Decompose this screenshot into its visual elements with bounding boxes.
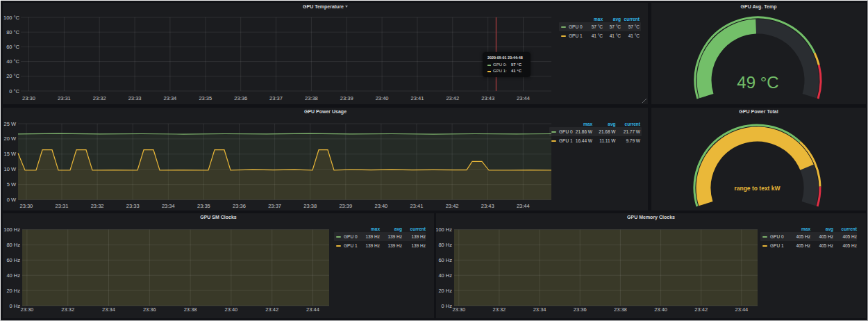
svg-text:23:32: 23:32 bbox=[493, 306, 506, 313]
svg-text:23:43: 23:43 bbox=[481, 203, 494, 209]
svg-text:23:39: 23:39 bbox=[339, 203, 352, 209]
svg-text:40 °C: 40 °C bbox=[6, 58, 19, 65]
svg-text:23:42: 23:42 bbox=[265, 306, 278, 313]
svg-text:23:30: 23:30 bbox=[21, 306, 34, 313]
svg-text:23:32: 23:32 bbox=[61, 306, 74, 313]
svg-text:40 Hz: 40 Hz bbox=[6, 272, 20, 279]
svg-text:0 Hz: 0 Hz bbox=[10, 303, 21, 309]
svg-text:23:40: 23:40 bbox=[654, 306, 667, 313]
svg-text:10 W: 10 W bbox=[3, 166, 16, 172]
svg-text:23:42: 23:42 bbox=[446, 203, 459, 209]
svg-text:23:36: 23:36 bbox=[143, 306, 156, 313]
svg-text:23:38: 23:38 bbox=[303, 203, 317, 209]
svg-text:23:38: 23:38 bbox=[614, 306, 627, 313]
svg-text:23:33: 23:33 bbox=[128, 95, 142, 101]
svg-text:49 °C: 49 °C bbox=[737, 73, 778, 92]
svg-text:23:34: 23:34 bbox=[162, 203, 175, 209]
svg-text:23:41: 23:41 bbox=[410, 203, 424, 209]
svg-text:60 Hz: 60 Hz bbox=[438, 257, 452, 263]
svg-text:20 W: 20 W bbox=[3, 135, 16, 142]
svg-text:23:36: 23:36 bbox=[574, 306, 587, 313]
svg-text:23:37: 23:37 bbox=[269, 95, 283, 101]
svg-text:23:30: 23:30 bbox=[22, 95, 35, 101]
svg-text:20 Hz: 20 Hz bbox=[6, 288, 20, 294]
svg-text:23:30: 23:30 bbox=[20, 203, 33, 209]
svg-text:0 W: 0 W bbox=[7, 197, 17, 203]
svg-text:23:31: 23:31 bbox=[56, 203, 69, 209]
svg-text:25 W: 25 W bbox=[3, 121, 16, 127]
svg-text:23:41: 23:41 bbox=[411, 95, 424, 101]
svg-text:80 °C: 80 °C bbox=[6, 29, 19, 35]
svg-text:23:42: 23:42 bbox=[694, 306, 708, 313]
svg-text:80 Hz: 80 Hz bbox=[6, 242, 20, 248]
svg-text:80 Hz: 80 Hz bbox=[438, 242, 452, 248]
svg-text:100 Hz: 100 Hz bbox=[436, 227, 452, 233]
svg-text:23:36: 23:36 bbox=[234, 95, 247, 101]
svg-text:60 °C: 60 °C bbox=[6, 44, 19, 50]
svg-text:23:38: 23:38 bbox=[305, 95, 318, 101]
svg-text:15 W: 15 W bbox=[3, 151, 16, 157]
svg-text:23:40: 23:40 bbox=[225, 306, 238, 313]
svg-text:23:40: 23:40 bbox=[375, 203, 388, 209]
svg-text:20 Hz: 20 Hz bbox=[438, 288, 452, 294]
svg-text:0 °C: 0 °C bbox=[9, 88, 19, 94]
svg-text:0 Hz: 0 Hz bbox=[442, 303, 453, 309]
svg-text:23:34: 23:34 bbox=[533, 306, 546, 313]
svg-text:23:33: 23:33 bbox=[126, 203, 140, 209]
svg-text:23:40: 23:40 bbox=[376, 95, 389, 101]
svg-text:23:39: 23:39 bbox=[340, 95, 353, 101]
svg-text:23:44: 23:44 bbox=[517, 95, 530, 101]
svg-text:23:44: 23:44 bbox=[306, 306, 319, 313]
svg-text:23:35: 23:35 bbox=[199, 95, 212, 101]
svg-text:23:32: 23:32 bbox=[93, 95, 106, 101]
svg-text:23:43: 23:43 bbox=[481, 95, 494, 101]
svg-text:5 W: 5 W bbox=[7, 181, 17, 188]
svg-text:23:31: 23:31 bbox=[58, 95, 71, 101]
svg-text:range to text kW: range to text kW bbox=[734, 185, 781, 192]
svg-text:23:34: 23:34 bbox=[102, 306, 115, 313]
svg-text:100 °C: 100 °C bbox=[3, 15, 20, 21]
svg-text:40 Hz: 40 Hz bbox=[438, 272, 452, 279]
svg-text:23:34: 23:34 bbox=[164, 95, 177, 101]
svg-text:23:36: 23:36 bbox=[233, 203, 246, 209]
svg-text:23:30: 23:30 bbox=[452, 306, 465, 313]
svg-text:23:38: 23:38 bbox=[184, 306, 197, 313]
svg-text:60 Hz: 60 Hz bbox=[6, 257, 20, 263]
svg-text:23:44: 23:44 bbox=[735, 306, 749, 313]
svg-text:23:42: 23:42 bbox=[446, 95, 459, 101]
svg-text:23:32: 23:32 bbox=[91, 203, 104, 209]
svg-text:23:44: 23:44 bbox=[517, 203, 530, 209]
svg-text:23:35: 23:35 bbox=[197, 203, 210, 209]
svg-text:23:37: 23:37 bbox=[268, 203, 281, 209]
svg-text:20 °C: 20 °C bbox=[6, 73, 19, 79]
svg-text:100 Hz: 100 Hz bbox=[3, 227, 20, 233]
